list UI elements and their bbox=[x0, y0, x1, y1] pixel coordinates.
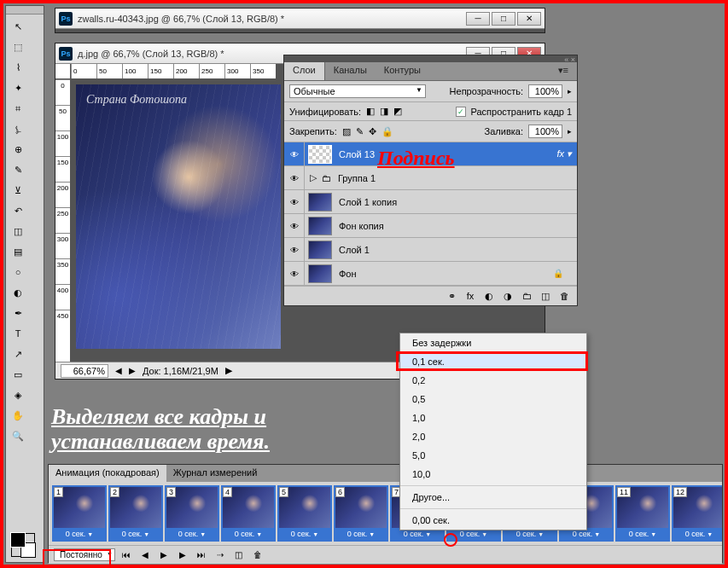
animation-frame[interactable]: 10 сек. ▼ bbox=[52, 485, 107, 542]
animation-frame[interactable]: 20 сек. ▼ bbox=[108, 485, 163, 542]
opacity-slider-icon[interactable]: ▸ bbox=[568, 87, 572, 96]
ruler-horizontal[interactable]: 050100150200250300350 bbox=[71, 64, 276, 79]
tab-channels[interactable]: Каналы bbox=[325, 62, 376, 80]
layer-row[interactable]: ▷🗀Группа 1 bbox=[284, 166, 577, 190]
delay-item-0.5[interactable]: 0,5 bbox=[400, 390, 586, 409]
tool-stamp[interactable]: ⊻ bbox=[9, 181, 27, 200]
layer-row[interactable]: Слой 1 копия bbox=[284, 190, 577, 214]
frame-delay[interactable]: 0 сек. ▼ bbox=[673, 528, 722, 540]
tab-paths[interactable]: Контуры bbox=[376, 62, 429, 80]
tool-blur[interactable]: ○ bbox=[9, 263, 27, 281]
visibility-toggle[interactable] bbox=[284, 262, 305, 285]
delay-item-5.0[interactable]: 5,0 bbox=[400, 446, 586, 465]
last-frame-icon[interactable]: ⏭ bbox=[194, 548, 209, 562]
visibility-toggle[interactable] bbox=[284, 166, 305, 189]
tool-lasso[interactable]: ⌇ bbox=[9, 58, 27, 77]
animation-frame[interactable]: 50 сек. ▼ bbox=[277, 485, 332, 542]
first-frame-icon[interactable]: ⏮ bbox=[119, 548, 134, 562]
zoom-input[interactable] bbox=[61, 364, 108, 378]
delay-item-other[interactable]: Другое... bbox=[400, 488, 586, 507]
toolbox-grip[interactable] bbox=[6, 6, 44, 14]
tool-3d[interactable]: ◈ bbox=[9, 385, 27, 404]
visibility-toggle[interactable] bbox=[284, 190, 305, 213]
lock-pixels-icon[interactable]: ✎ bbox=[356, 126, 364, 137]
animation-frame[interactable]: 60 сек. ▼ bbox=[334, 485, 388, 542]
loop-dropdown[interactable]: Постоянно bbox=[54, 548, 115, 561]
tool-brush[interactable]: ✎ bbox=[9, 160, 27, 179]
unify-position-icon[interactable]: ◧ bbox=[366, 106, 375, 117]
tool-eraser[interactable]: ◫ bbox=[9, 222, 27, 241]
lock-position-icon[interactable]: ✥ bbox=[369, 126, 376, 137]
minimize-button[interactable]: ─ bbox=[466, 12, 490, 26]
frame-delay[interactable]: 0 сек. ▼ bbox=[279, 528, 330, 540]
tool-hand[interactable]: ✋ bbox=[9, 406, 27, 425]
delay-item-0.1[interactable]: 0,1 сек. bbox=[400, 352, 586, 371]
delay-item-2.0[interactable]: 2,0 bbox=[400, 427, 586, 446]
layer-mask-icon[interactable]: ◐ bbox=[483, 290, 495, 302]
blend-mode-dropdown[interactable]: Обычные bbox=[289, 84, 426, 98]
tab-layers[interactable]: Слои bbox=[284, 62, 325, 80]
tween-icon[interactable]: ⇢ bbox=[213, 548, 228, 562]
color-swatch[interactable] bbox=[11, 533, 35, 557]
new-layer-icon[interactable]: ◫ bbox=[539, 290, 551, 302]
opacity-input[interactable] bbox=[528, 84, 562, 98]
frame-delay[interactable]: 0 сек. ▼ bbox=[335, 528, 387, 540]
close-button[interactable]: ✕ bbox=[517, 12, 541, 26]
titlebar-1[interactable]: Ps zwalls.ru-40343.jpg @ 66,7% (Слой 13,… bbox=[55, 9, 545, 29]
tool-shape[interactable]: ▭ bbox=[9, 365, 27, 384]
layer-style-icon[interactable]: fx bbox=[464, 290, 476, 302]
delay-item-10.0[interactable]: 10,0 bbox=[400, 465, 586, 484]
frame-delay[interactable]: 0 сек. ▼ bbox=[166, 528, 218, 540]
tool-zoom[interactable]: 🔍 bbox=[9, 426, 27, 445]
fill-slider-icon[interactable]: ▸ bbox=[568, 127, 572, 136]
tab-animation[interactable]: Анимация (покадровая) bbox=[49, 465, 166, 482]
tool-eyedropper[interactable]: ⍼ bbox=[9, 119, 27, 138]
tool-dodge[interactable]: ◐ bbox=[9, 283, 27, 302]
tool-history[interactable]: ↶ bbox=[9, 201, 27, 220]
frame-delay[interactable]: 0 сек. ▼ bbox=[617, 528, 668, 540]
animation-frame[interactable]: 40 сек. ▼ bbox=[221, 485, 276, 542]
next-frame-icon[interactable]: ▶ bbox=[175, 548, 190, 562]
adjustment-layer-icon[interactable]: ◑ bbox=[502, 290, 514, 302]
ruler-vertical[interactable]: 050100150200250300350400450 bbox=[55, 79, 71, 362]
fx-icon[interactable]: fx ▾ bbox=[556, 148, 572, 159]
layer-row[interactable]: Фон копия bbox=[284, 214, 577, 238]
tool-pen[interactable]: ✒ bbox=[9, 304, 27, 322]
animation-frame[interactable]: 120 сек. ▼ bbox=[672, 485, 722, 542]
duplicate-frame-icon[interactable]: ◫ bbox=[231, 548, 247, 562]
frame-delay[interactable]: 0 сек. ▼ bbox=[110, 528, 161, 540]
play-icon[interactable]: ▶ bbox=[156, 548, 172, 562]
animation-frame[interactable]: 30 сек. ▼ bbox=[165, 485, 219, 542]
maximize-button[interactable]: □ bbox=[492, 12, 515, 26]
tool-wand[interactable]: ✦ bbox=[9, 78, 27, 97]
tool-move[interactable]: ↖ bbox=[9, 17, 27, 36]
frame-delay[interactable]: 0 сек. ▼ bbox=[223, 528, 274, 540]
panel-menu-icon[interactable]: ▾≡ bbox=[550, 62, 577, 80]
delay-item-1.0[interactable]: 1,0 bbox=[400, 409, 586, 427]
visibility-toggle[interactable] bbox=[284, 238, 305, 261]
prev-frame-icon[interactable]: ◀ bbox=[137, 548, 153, 562]
tool-path[interactable]: ↗ bbox=[9, 345, 27, 363]
visibility-toggle[interactable] bbox=[284, 214, 305, 237]
delete-layer-icon[interactable]: 🗑 bbox=[558, 290, 570, 302]
delete-frame-icon[interactable]: 🗑 bbox=[250, 548, 265, 562]
lock-transparency-icon[interactable]: ▨ bbox=[342, 126, 351, 137]
group-icon[interactable]: 🗀 bbox=[521, 290, 533, 302]
tab-measurements[interactable]: Журнал измерений bbox=[166, 465, 265, 482]
unify-visibility-icon[interactable]: ◨ bbox=[380, 106, 388, 117]
lock-all-icon[interactable]: 🔒 bbox=[381, 126, 393, 137]
tool-marquee[interactable]: ⬚ bbox=[9, 38, 27, 56]
tool-gradient[interactable]: ▤ bbox=[9, 242, 27, 261]
unify-style-icon[interactable]: ◩ bbox=[393, 106, 402, 117]
delay-item-current[interactable]: 0,00 сек. bbox=[400, 511, 586, 530]
animation-frame[interactable]: 110 сек. ▼ bbox=[615, 485, 670, 542]
layer-row[interactable]: Слой 1 bbox=[284, 238, 577, 262]
visibility-toggle[interactable] bbox=[284, 142, 305, 165]
layer-row[interactable]: Фон🔒 bbox=[284, 262, 577, 286]
tool-type[interactable]: T bbox=[9, 324, 27, 343]
foreground-color[interactable] bbox=[10, 532, 26, 548]
propagate-checkbox[interactable] bbox=[456, 107, 466, 117]
panel-collapse-icon[interactable]: « × bbox=[564, 55, 575, 62]
frame-delay[interactable]: 0 сек. ▼ bbox=[54, 528, 105, 540]
link-layers-icon[interactable]: ⚭ bbox=[446, 290, 457, 302]
